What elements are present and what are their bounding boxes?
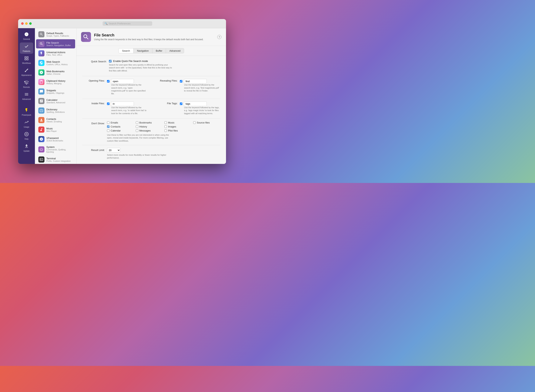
feature-item-web-search[interactable]: Web Search Custom, URLs, History (36, 58, 75, 67)
feature-text-music: Music Mini Player (46, 127, 57, 132)
opening-files-input[interactable] (111, 79, 134, 84)
dont-show-history-checkbox[interactable] (136, 125, 138, 128)
feature-icon-terminal (38, 156, 44, 163)
dont-show-bookmarks: Bookmarks (136, 121, 163, 124)
dont-show-label-col: Don't Show: (82, 121, 107, 125)
feature-title-snippets: Snippets (46, 89, 64, 92)
feature-item-dictionary[interactable]: Dictionary Spelling, Definitions (36, 106, 75, 115)
sidebar-item-help[interactable]: Help (20, 130, 33, 142)
general-icon (24, 32, 29, 37)
sidebar-item-workflows[interactable]: Workflows (20, 55, 33, 66)
feature-sidebar: Default Results Scope, Types, Fallbacks … (35, 28, 76, 164)
dont-show-plist-files-checkbox[interactable] (164, 129, 167, 132)
feature-item-calculator[interactable]: Calculator Standard, Advanced (36, 96, 75, 106)
feature-subtitle-universal-actions: Files, Text, URLs (46, 54, 66, 56)
usage-icon (24, 120, 29, 125)
help-button[interactable]: ? (217, 35, 222, 39)
feature-item-default-results[interactable]: Default Results Scope, Types, Fallbacks (36, 30, 75, 39)
sidebar-item-advanced[interactable]: Advanced (20, 90, 33, 102)
sidebar-item-usage[interactable]: Usage (20, 118, 33, 130)
search-placeholder: Search Preferences (109, 22, 131, 25)
feature-title-music: Music (46, 127, 57, 130)
feature-item-web-bookmarks[interactable]: Web Bookmarks Safari, Chrome (36, 68, 75, 77)
sidebar-label-usage: Usage (24, 126, 29, 128)
advanced-icon (24, 92, 29, 97)
feature-item-snippets[interactable]: Snippets Snippets, Clippings (36, 87, 75, 96)
sidebar-item-powerpack[interactable]: Powerpack (20, 106, 33, 118)
dont-show-contacts-checkbox[interactable] (107, 125, 109, 128)
update-icon (24, 144, 29, 149)
maximize-button[interactable] (29, 22, 32, 25)
feature-item-clipboard-history[interactable]: Clipboard History History, Merging (36, 77, 75, 87)
help-icon (24, 132, 29, 137)
feature-subtitle-snippets: Snippets, Clippings (46, 92, 64, 94)
feature-subtitle-web-bookmarks: Safari, Chrome (46, 73, 64, 75)
tab-navigation[interactable]: Navigation (133, 48, 152, 53)
revealing-files-content: Use the keyword followed by the search t… (180, 79, 220, 92)
sidebar-item-update[interactable]: Update (20, 142, 33, 154)
dont-show-bookmarks-checkbox[interactable] (136, 121, 138, 124)
revealing-files-input[interactable] (184, 79, 207, 84)
feature-item-universal-actions[interactable]: Universal Actions Files, Text, URLs (36, 49, 75, 58)
dont-show-calendar-checkbox[interactable] (107, 129, 109, 132)
feature-icon-system (38, 146, 44, 152)
quick-search-content: Enable Quick File Search mode Search for… (109, 60, 220, 72)
dont-show-images-checkbox[interactable] (164, 125, 167, 128)
svg-rect-4 (27, 59, 28, 60)
close-button[interactable] (21, 22, 24, 25)
feature-item-contacts[interactable]: Contacts Viewer, Emailing (36, 116, 75, 125)
dont-show-emails: Emails (107, 121, 134, 124)
quick-search-checkbox-row: Enable Quick File Search mode (109, 60, 220, 62)
panel-subtitle: Using the file search keywords is the be… (94, 38, 214, 41)
dont-show-source-files-checkbox[interactable] (193, 121, 196, 124)
quick-search-checkbox[interactable] (109, 60, 112, 62)
dont-show-contacts-label: Contacts (111, 125, 120, 128)
dont-show-plist-files-label: Plist files (168, 129, 178, 132)
inside-files-content: Use the keyword followed by the search t… (107, 102, 147, 115)
dont-show-messages: Messages (136, 129, 163, 132)
opening-files-checkbox[interactable] (107, 80, 109, 83)
sidebar-item-appearance[interactable]: Appearance (20, 66, 33, 78)
tab-search[interactable]: Search (119, 48, 133, 53)
inside-files-input[interactable] (111, 102, 134, 106)
feature-icon-web-bookmarks (38, 69, 44, 75)
dont-show-messages-checkbox[interactable] (136, 129, 138, 132)
feature-title-web-bookmarks: Web Bookmarks (46, 70, 64, 73)
feature-subtitle-file-search: Search, Navigation, Buffer (46, 44, 71, 47)
dont-show-emails-checkbox[interactable] (107, 121, 109, 124)
inside-files-checkbox[interactable] (107, 103, 109, 105)
dont-show-images: Images (164, 125, 192, 128)
panel-icon (81, 32, 91, 42)
divider-3 (82, 118, 220, 119)
feature-item-system[interactable]: System Commands, Quitting, Ejecting (36, 144, 75, 154)
svg-point-6 (25, 132, 28, 136)
result-limit-select[interactable]: 10 20 30 40 50 (107, 148, 120, 152)
tab-buffer[interactable]: Buffer (152, 48, 166, 53)
divider-2 (82, 99, 220, 99)
feature-item-terminal[interactable]: Terminal Prefix, Custom Integration (36, 155, 75, 164)
search-input-wrapper[interactable]: 🔍 Search Preferences (103, 21, 152, 26)
sidebar-item-remote[interactable]: Remote (20, 79, 33, 90)
dont-show-content: Emails Bookmarks Music (107, 121, 220, 142)
feature-item-file-search[interactable]: File Search Search, Navigation, Buffer (36, 39, 75, 48)
revealing-files-checkbox[interactable] (180, 80, 182, 83)
dont-show-music-checkbox[interactable] (164, 121, 167, 124)
minimize-button[interactable] (25, 22, 28, 25)
feature-title-web-search: Web Search (46, 61, 68, 63)
file-tags-input[interactable] (184, 102, 207, 106)
dont-show-images-label: Images (168, 125, 176, 128)
feature-item-music[interactable]: Music Mini Player (36, 125, 75, 134)
sidebar-item-features[interactable]: Features (20, 42, 33, 54)
feature-icon-universal-actions (38, 50, 44, 56)
dont-show-bookmarks-label: Bookmarks (139, 121, 152, 124)
svg-point-5 (26, 84, 27, 84)
feature-item-1password[interactable]: 1Password 1Click Bookmarks (36, 135, 75, 144)
panel-content: Quick Search: Enable Quick File Search m… (76, 56, 226, 164)
tab-advanced[interactable]: Advanced (166, 48, 184, 53)
feature-text-dictionary: Dictionary Spelling, Definitions (46, 108, 65, 113)
file-tags-checkbox[interactable] (180, 103, 182, 105)
feature-icon-web-search (38, 60, 44, 66)
sidebar-item-general[interactable]: General (20, 30, 33, 42)
result-limit-label-col: Result Limit: (82, 148, 107, 152)
result-limit-section: Result Limit: 10 20 30 40 50 S (82, 148, 220, 159)
